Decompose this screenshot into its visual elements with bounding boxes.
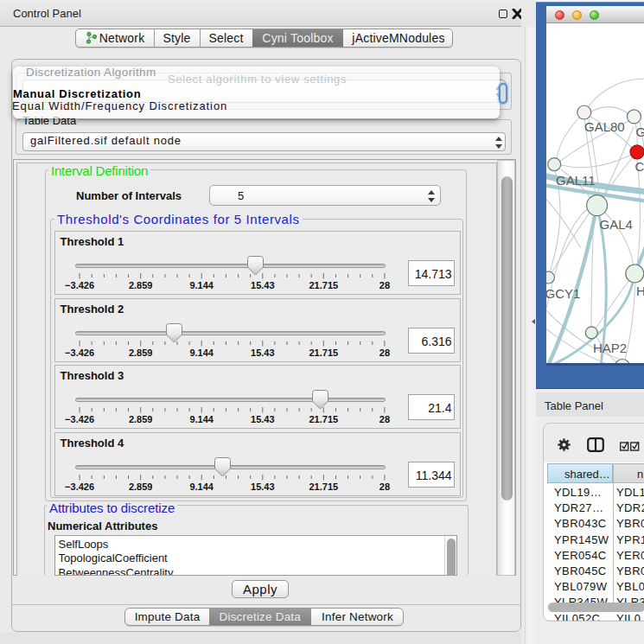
svg-text:H: H [636,284,644,298]
svg-text:−3.426: −3.426 [65,348,94,358]
svg-text:2.859: 2.859 [128,348,152,358]
svg-text:−3.426: −3.426 [65,414,94,424]
svg-text:15.43: 15.43 [251,280,275,290]
svg-text:GA: GA [636,124,644,139]
svg-text:28: 28 [379,280,389,290]
svg-text:2.859: 2.859 [128,280,152,290]
svg-text:9.144: 9.144 [189,348,214,358]
svg-text:2.859: 2.859 [128,481,152,492]
svg-text:GCY1: GCY1 [546,286,580,301]
svg-text:GAL11: GAL11 [556,173,596,188]
svg-text:9.144: 9.144 [189,414,214,424]
svg-text:9.144: 9.144 [189,280,214,290]
svg-text:28: 28 [379,481,389,492]
svg-text:15.43: 15.43 [251,414,275,424]
svg-text:21.715: 21.715 [309,481,338,492]
svg-text:C: C [635,159,644,174]
svg-text:28: 28 [379,348,389,358]
svg-text:15.43: 15.43 [251,481,275,492]
svg-text:GAL80: GAL80 [584,119,625,134]
svg-text:28: 28 [379,414,389,424]
svg-text:21.715: 21.715 [309,280,338,290]
svg-text:−3.426: −3.426 [65,280,94,290]
svg-text:21.715: 21.715 [309,348,338,358]
svg-text:HAP2: HAP2 [593,341,627,355]
svg-text:15.43: 15.43 [251,348,275,358]
svg-text:−3.426: −3.426 [65,481,94,492]
svg-text:GAL4: GAL4 [600,217,633,232]
svg-text:9.144: 9.144 [189,481,214,492]
svg-text:2.859: 2.859 [128,414,152,424]
svg-text:21.715: 21.715 [309,414,338,424]
